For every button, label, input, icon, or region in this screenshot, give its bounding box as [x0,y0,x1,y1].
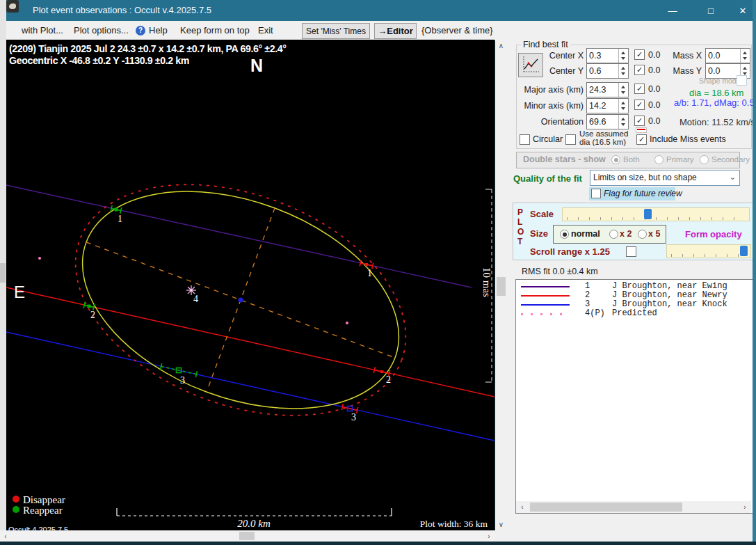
center-x-fit-checkbox[interactable]: ✓ [634,49,645,60]
flag-review-label: Flag for future review [604,189,682,198]
control-panel: Find best fit Center X 0.3 ✓ 0.0 Center … [507,40,756,542]
scroll-range-checkbox[interactable] [626,246,636,257]
title-bar[interactable]: Plot event observations : Occult v.4.202… [6,0,753,21]
menu-bar: with Plot... Plot options... ? Help Keep… [6,21,753,40]
scrollbar-corner [494,530,507,542]
minor-axis-spinner[interactable]: 14.2 [586,98,629,113]
set-miss-times-button[interactable]: Set 'Miss' Times [302,23,370,39]
use-assumed-label-1: Use assumed [579,129,628,138]
scroll-left-icon[interactable]: ‹ [0,530,11,542]
help-icon[interactable]: ? [136,26,145,35]
double-stars-label: Double stars - show [523,155,606,164]
mass-y-label: Mass Y [667,66,702,76]
major-axis-fit-checkbox[interactable]: ✓ [634,84,645,94]
plot-horizontal-scrollbar[interactable]: ‹ › [0,530,494,542]
reappear-legend-label: Reappear [23,505,63,516]
mass-x-label: Mass X [667,51,702,61]
window-bottom-border [0,542,756,545]
close-button[interactable]: ✕ [727,0,756,21]
menu-keep-on-top[interactable]: Keep form on top [180,25,250,35]
mass-x-spinner[interactable]: 0.0 [705,48,750,63]
form-opacity-slider-thumb[interactable] [740,246,748,256]
observer-4-number: 4(P) [585,308,605,318]
size-x5-label: x 5 [648,229,660,239]
chord-3-disappear-label: 3 [351,412,356,422]
size-normal-radio[interactable] [560,230,569,239]
observer-2-name: J Broughton, near Newry [612,290,727,300]
scale-slider-thumb[interactable] [644,209,652,219]
observer-2-line-swatch [521,295,570,297]
menu-plot-options[interactable]: Plot options... [74,25,129,35]
list-scroll-thumb[interactable] [530,503,682,512]
size-normal-label: normal [571,229,600,239]
size-x2-radio[interactable] [609,230,618,239]
horizontal-scroll-thumb[interactable] [239,532,255,540]
reappear-legend-dot [13,506,19,513]
circular-label: Circular [533,134,563,144]
chord-2-disappear-label: 2 [386,374,391,385]
plot-letter-o: O [517,227,524,237]
east-label: E [14,283,25,301]
double-primary-radio[interactable] [654,155,663,164]
quality-combobox[interactable]: Limits on size, but no shape ⌄ [590,170,740,186]
flag-review-checkbox[interactable] [591,189,601,198]
scroll-right-icon[interactable]: › [483,530,494,542]
quality-label: Quality of the fit [513,173,582,184]
predicted-path-dot [346,322,348,324]
plot-background [6,40,494,530]
maximize-button[interactable]: □ [695,0,727,21]
include-miss-label: Include Miss events [650,134,726,144]
minimize-button[interactable]: — [657,0,689,21]
vertical-scroll-thumb[interactable] [497,277,506,296]
center-x-label: Center X [528,51,584,61]
orientation-spinner[interactable]: 69.6 [586,114,629,129]
orientation-red-mark [636,127,647,133]
motion-value: Motion: 11.52 km/s [679,117,755,127]
orientation-label: Orientation [514,117,584,127]
center-x-spinner[interactable]: 0.3 [586,48,629,63]
chord-1-reappear-label: 1 [118,214,122,224]
window-title: Plot event observations : Occult v.4.202… [33,5,211,15]
scale-slider-ticks [567,217,745,220]
background-window-scroll [0,263,6,283]
shape-model-label: Shape model [699,77,742,85]
orientation-fit-checkbox[interactable]: ✓ [634,116,645,126]
center-x-error: 0.0 [648,50,660,60]
editor-button[interactable]: →Editor [374,23,417,39]
use-assumed-checkbox[interactable] [565,134,576,145]
menu-exit[interactable]: Exit [258,25,273,35]
observer-3-name: J Broughton, near Knock [612,299,727,309]
minor-axis-fit-checkbox[interactable]: ✓ [634,100,645,110]
plot-vertical-scrollbar[interactable]: ∧ ∨ [495,40,507,530]
center-y-spinner[interactable]: 0.6 [586,63,629,79]
list-scroll-right-icon[interactable]: › [740,501,750,513]
scroll-up-icon[interactable]: ∧ [495,40,507,52]
center-y-fit-checkbox[interactable]: ✓ [634,65,645,75]
chord-2-reappear-label: 2 [90,310,95,320]
include-miss-checkbox[interactable]: ✓ [636,134,647,145]
shape-model-checkbox[interactable] [737,75,747,86]
major-axis-spinner[interactable]: 24.3 [586,82,629,97]
plot-letter-l: L [517,217,522,227]
disappear-legend-dot [13,496,19,503]
list-scroll-left-icon[interactable]: ‹ [517,501,527,513]
double-secondary-radio[interactable] [700,155,709,164]
menu-with-plot[interactable]: with Plot... [22,25,63,35]
occultation-plot[interactable]: 1 1 2 2 3 3 4 10 mas 20.0 km Disappear R… [6,40,494,530]
menu-help[interactable]: Help [149,25,168,35]
disappear-legend-label: Disappear [23,494,65,505]
double-both-radio[interactable] [611,155,620,164]
minor-axis-error: 0.0 [648,100,660,110]
observer-listbox[interactable]: 1 J Broughton, near Ewing 2 J Broughton,… [515,279,753,514]
scale-slider[interactable] [562,207,750,221]
size-x5-radio[interactable] [638,230,647,239]
observer-1-line-swatch [521,286,570,287]
scroll-range-label: Scroll range x 1.25 [530,246,610,257]
predicted-label: 4 [193,294,198,304]
rms-fit-label: RMS fit 0.0 ±0.4 km [522,267,598,276]
circular-checkbox[interactable] [520,134,530,145]
scroll-down-icon[interactable]: ∨ [495,519,507,530]
listbox-horizontal-scrollbar[interactable]: ‹ › [516,501,751,513]
chevron-down-icon: ⌄ [730,173,736,182]
form-opacity-slider[interactable] [666,244,751,258]
